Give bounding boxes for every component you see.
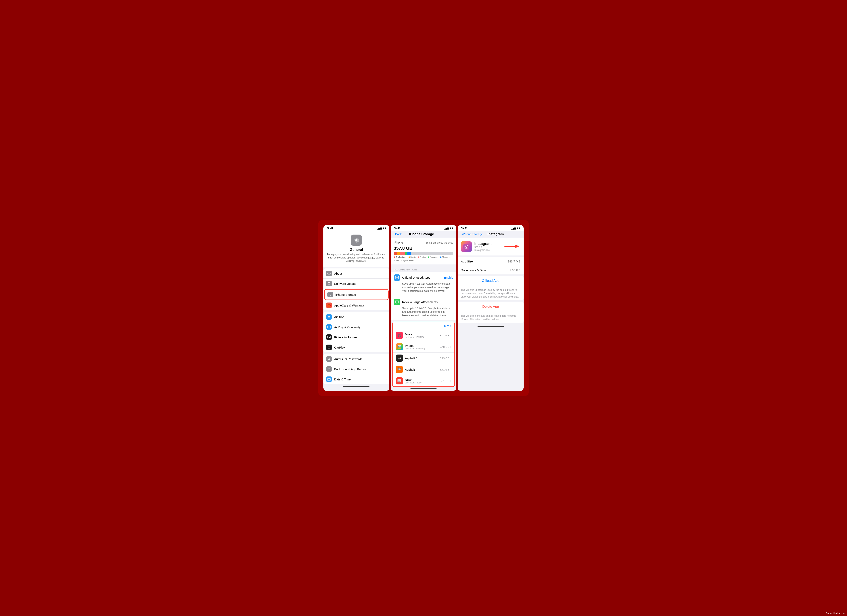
storage-legend: Applications Music Photos Podcasts Messa…	[394, 256, 453, 262]
news-last-used: Last used: Today	[405, 382, 440, 384]
music-app-info: Music Last used: 10/17/24	[405, 333, 438, 338]
storage-content: iPhone 154.2 GB of 512 GB used 357.8 GB …	[391, 238, 457, 391]
app-size-label: App Size	[461, 260, 473, 263]
settings-item-carplay[interactable]: CarPlay ›	[323, 342, 390, 352]
offload-button-container[interactable]: Offload App	[457, 276, 524, 286]
svg-rect-20	[463, 244, 469, 250]
instagram-symbol	[463, 244, 469, 250]
chevron-datetime: ›	[386, 378, 387, 381]
app-item-music[interactable]: 🎵 Music Last used: 10/17/24 18.51 GB ›	[393, 330, 454, 341]
car-symbol	[328, 346, 331, 349]
size-sort[interactable]: Size ↑	[444, 324, 451, 327]
storage-screen: 09:41 ▂▄▆ ⊚ ▮ ‹ Back iPhone Storage iPho…	[391, 225, 457, 391]
settings-item-bgrefresh[interactable]: Background App Refresh ›	[323, 364, 390, 374]
software-label: Software Update	[334, 282, 386, 285]
autofill-icon	[326, 356, 332, 362]
airdrop-icon	[326, 314, 332, 320]
offload-section: Offload App This will free up storage us…	[457, 276, 524, 300]
svg-line-13	[329, 359, 330, 360]
settings-item-airdrop[interactable]: AirDrop ›	[323, 312, 390, 322]
offload-desc: This will free up storage used by the ap…	[457, 287, 524, 300]
asphalt-app-name: Asphalt	[405, 368, 440, 371]
docs-row: Documents & Data 1.05 GB	[457, 266, 524, 274]
bar-photos	[400, 252, 405, 255]
nav-title-3: Instagram	[483, 232, 508, 236]
back-button-3[interactable]: ‹ iPhone Storage	[461, 232, 483, 236]
rec-offload-title: Offload Unused Apps	[402, 276, 444, 279]
settings-item-airplay[interactable]: AirPlay & Continuity ›	[323, 322, 390, 332]
music-size: 18.51 GB	[438, 334, 449, 337]
news-app-icon: 📰	[396, 377, 403, 385]
offload-button[interactable]: Offload App	[482, 279, 499, 283]
rec-attach-title: Review Large Attachments	[402, 300, 452, 304]
bar-podcasts	[405, 252, 407, 255]
nav-bar-3: ‹ iPhone Storage Instagram	[457, 231, 524, 238]
app-item-news[interactable]: 📰 News Last used: Today 3.61 GB ›	[393, 375, 454, 386]
back-chevron-3: ‹	[461, 232, 462, 236]
gear-icon	[353, 237, 360, 243]
settings-list-top: i About › Software Update › iPhon	[323, 268, 390, 310]
chevron-carplay: ›	[386, 346, 387, 349]
status-icons-1: ▂▄▆ ⊚ ▮	[377, 227, 386, 230]
chevron-autofill: ›	[386, 357, 387, 361]
app-item-photos[interactable]: 🖼️ Photos Last used: Yesterday 9.48 GB ›	[393, 341, 454, 352]
airplay-label: AirPlay & Continuity	[334, 326, 386, 329]
asphalt8-chevron: ›	[450, 357, 452, 360]
home-indicator-3	[478, 326, 504, 327]
bar-other	[411, 252, 453, 255]
rec-offload-action[interactable]: Enable	[444, 276, 453, 279]
settings-item-datetime[interactable]: Date & Time ›	[323, 374, 390, 384]
legend-ios: iOS	[394, 259, 399, 262]
svg-point-12	[328, 358, 329, 360]
delete-button[interactable]: Delete App	[483, 305, 499, 308]
bar-music	[397, 252, 400, 255]
storage-used-text: 154.2 GB of 512 GB used	[426, 241, 453, 244]
music-last-used: Last used: 10/17/24	[405, 336, 438, 338]
svg-rect-15	[328, 378, 331, 381]
battery-icon-3: ▮	[519, 227, 520, 230]
signal-icon-2: ▂▄▆	[444, 227, 449, 230]
rec-attach-chevron: ›	[452, 301, 453, 304]
time-3: 09:41	[461, 227, 467, 230]
messages-symbol	[395, 300, 399, 304]
iphone-storage-label: iPhone Storage	[335, 293, 384, 296]
settings-item-iphone-storage[interactable]: iPhone Storage ›	[324, 289, 389, 300]
home-indicator-2	[410, 388, 437, 389]
legend-music: Music	[409, 256, 416, 258]
settings-list-bottom: AutoFill & Passwords › Background App Re…	[323, 354, 390, 384]
rec-attachments[interactable]: Review Large Attachments › Save up to 13…	[391, 296, 457, 320]
settings-item-pip[interactable]: Picture in Picture ›	[323, 332, 390, 342]
refresh-symbol	[328, 367, 331, 371]
news-app-info: News Last used: Today	[405, 378, 440, 384]
settings-item-applecare[interactable]: 🍎 AppleCare & Warranty ›	[323, 300, 390, 310]
app-size-value: 343.7 MB	[508, 260, 520, 263]
airplay-symbol	[328, 326, 331, 329]
app-header-name: Instagram	[474, 242, 503, 246]
carplay-icon	[326, 345, 332, 350]
bar-messages	[407, 252, 411, 255]
arrow-symbol	[505, 244, 520, 249]
offload-symbol	[395, 276, 399, 280]
airplay-icon	[326, 324, 332, 330]
about-label: About	[334, 272, 386, 275]
music-app-icon: 🎵	[396, 332, 403, 339]
app-item-asphalt8[interactable]: 🏎 Asphalt 8 3.99 GB ›	[393, 352, 454, 364]
back-button-2[interactable]: ‹ Back	[394, 232, 402, 236]
storage-total: 357.8 GB	[394, 246, 453, 251]
svg-marker-25	[515, 245, 519, 248]
app-header-card: Instagram 353.1.0 Instagram, Inc.	[457, 238, 524, 255]
docs-value: 1.05 GB	[509, 268, 520, 272]
chevron-bgrefresh: ›	[386, 367, 387, 371]
settings-item-software[interactable]: Software Update ›	[323, 279, 390, 289]
settings-item-about[interactable]: i About ›	[323, 268, 390, 279]
settings-item-autofill[interactable]: AutoFill & Passwords ›	[323, 354, 390, 364]
app-item-asphalt[interactable]: 🏁 Asphalt 3.71 GB ›	[393, 364, 454, 375]
delete-desc: This will delete the app and all related…	[457, 313, 524, 323]
settings-list-connectivity: AirDrop › AirPlay & Continuity › Picture…	[323, 312, 390, 352]
photos-app-info: Photos Last used: Yesterday	[405, 344, 440, 350]
docs-label: Documents & Data	[461, 268, 486, 272]
autofill-label: AutoFill & Passwords	[334, 357, 386, 361]
rec-offload-desc: Save up to 48.1 GB. Automatically offloa…	[394, 282, 453, 293]
delete-button-container[interactable]: Delete App	[457, 302, 524, 311]
nav-bar-2: ‹ Back iPhone Storage	[391, 231, 457, 238]
